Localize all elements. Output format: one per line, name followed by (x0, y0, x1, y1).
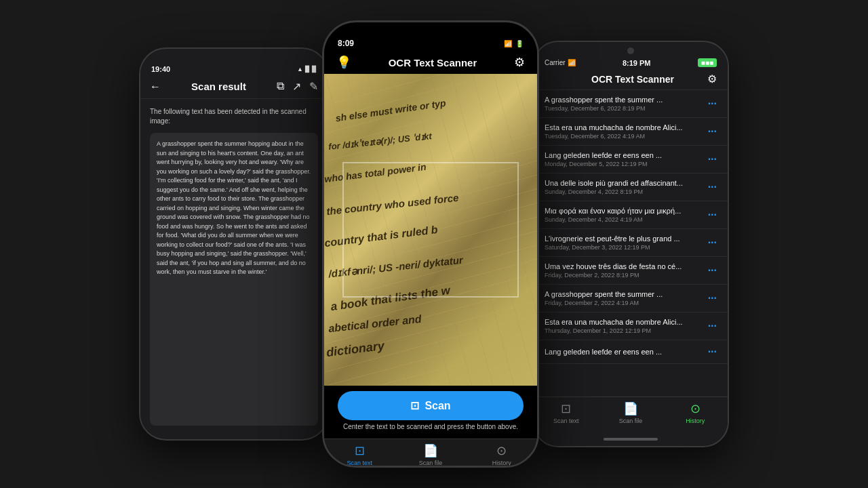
nav-history-right[interactable]: ⊙ History (663, 401, 728, 424)
history-item-text-6: Uma vez houve três dias de festa no cé..… (545, 262, 682, 279)
history-item-5[interactable]: L'ivrognerie est peut-être le plus grand… (534, 229, 728, 257)
scan-button[interactable]: ⊡ Scan (338, 391, 524, 420)
history-item-title-8: Esta era una muchacha de nombre Alici... (545, 318, 683, 326)
light-icon[interactable]: 💡 (336, 55, 351, 70)
history-item-title-0: A grasshopper spent the summer ... (545, 96, 663, 104)
history-item-date-2: Monday, December 5, 2022 12:19 PM (545, 161, 662, 167)
toolbar-left: ← Scan result ⧉ ↗ ✎ (140, 75, 328, 99)
more-button-0[interactable]: ··· (708, 98, 717, 110)
toolbar-actions: ⧉ ↗ ✎ (277, 80, 318, 93)
battery-icon-center: 🔋 (515, 40, 524, 47)
scan-overlay (342, 162, 519, 298)
scan-file-label: Scan file (419, 460, 443, 466)
scan-result-content: The following text has been detected in … (140, 99, 328, 435)
more-button-3[interactable]: ··· (708, 181, 717, 193)
intro-text: The following text has been detected in … (150, 107, 318, 126)
phone-left: 19:40 ▲ ▉ ▉ ← Scan result ⧉ ↗ ✎ The foll… (139, 47, 329, 441)
notch-center (397, 22, 465, 37)
history-item-3[interactable]: Una delle isole più grandi ed affascinan… (534, 174, 728, 201)
more-button-8[interactable]: ··· (708, 320, 717, 332)
scan-file-icon: 📄 (423, 443, 438, 458)
history-item-date-3: Sunday, December 4, 2022 8:19 PM (545, 188, 683, 195)
history-item-text-5: L'ivrognerie est peut-être le plus grand… (545, 235, 680, 251)
app-title-right: OCR Text Scanner (558, 74, 707, 85)
history-list: A grasshopper spent the summer ... Tuesd… (534, 90, 728, 406)
history-item-text-2: Lang geleden leefde er eens een ... Mond… (545, 151, 662, 167)
history-item-1[interactable]: Esta era una muchacha de nombre Alici...… (534, 118, 728, 146)
nav-history-center[interactable]: ⊙ History (466, 443, 537, 466)
history-item-4[interactable]: Μια φορά και έναν καιρό ήταν μια μικρή..… (534, 201, 728, 229)
history-item-title-7: A grasshopper spent the summer ... (545, 290, 663, 298)
history-item-6[interactable]: Uma vez houve três dias de festa no cé..… (534, 257, 728, 285)
more-button-2[interactable]: ··· (708, 153, 717, 165)
scan-btn-icon: ⊡ (410, 399, 419, 412)
scanned-text-box[interactable]: A grasshopper spent the summer hopping a… (150, 133, 318, 426)
more-button-7[interactable]: ··· (708, 292, 717, 304)
history-item-7[interactable]: A grasshopper spent the summer ... Frida… (534, 285, 728, 312)
back-button[interactable]: ← (150, 81, 161, 93)
battery-icon: ▉ (312, 66, 317, 73)
bottom-nav-center: ⊡ Scan text 📄 Scan file ⊙ History (324, 439, 537, 468)
camera-text-9: dictionary (326, 338, 385, 360)
history-item-title-5: L'ivrognerie est peut-être le plus grand… (545, 235, 680, 243)
camera-bump (627, 47, 634, 54)
carrier-info: Carrier 📶 (545, 59, 576, 66)
history-item-8[interactable]: Esta era una muchacha de nombre Alici...… (534, 312, 728, 340)
scan-btn-label: Scan (425, 400, 450, 412)
battery-right: ■■■ (698, 58, 717, 67)
scan-button-area: ⊡ Scan Center the text to be scanned and… (324, 386, 537, 439)
app-title-center: OCR Text Scanner (389, 57, 477, 68)
history-item-date-7: Friday, December 2, 2022 4:19 AM (545, 300, 663, 306)
more-button-9[interactable]: ··· (708, 346, 717, 358)
history-item-title-9: Lang geleden leefde er eens een ... (545, 348, 662, 356)
history-item-text-4: Μια φορά και έναν καιρό ήταν μια μικρή..… (545, 207, 681, 223)
history-item-title-4: Μια φορά και έναν καιρό ήταν μια μικρή..… (545, 207, 681, 215)
hint-text: Center the text to be scanned and press … (338, 420, 524, 433)
status-bar-center: 8:09 📶 🔋 (324, 37, 537, 51)
phone-center: 8:09 📶 🔋 💡 OCR Text Scanner ⚙ sh else mu… (322, 20, 539, 468)
history-item-text-0: A grasshopper spent the summer ... Tuesd… (545, 96, 663, 112)
history-item-title-3: Una delle isole più grandi ed affascinan… (545, 179, 683, 187)
camera-text-1: sh else must write or typ (334, 98, 446, 124)
status-bar-right: Carrier 📶 8:19 PM ■■■ (534, 56, 728, 68)
share-button[interactable]: ↗ (292, 80, 301, 93)
scan-text-icon: ⊡ (355, 443, 365, 458)
history-item-text-1: Esta era una muchacha de nombre Alici...… (545, 123, 683, 140)
more-button-5[interactable]: ··· (708, 237, 717, 249)
status-bar-left: 19:40 ▲ ▉ ▉ (140, 62, 328, 75)
history-item-text-8: Esta era una muchacha de nombre Alici...… (545, 318, 683, 334)
nav-scan-file-right[interactable]: 📄 Scan file (598, 401, 663, 424)
history-item-date-6: Friday, December 2, 2022 8:19 PM (545, 272, 682, 279)
settings-icon-right[interactable]: ⚙ (707, 73, 717, 85)
more-button-4[interactable]: ··· (708, 209, 717, 221)
camera-view: sh else must write or typ for /dɪkˈteɪtə… (324, 74, 537, 386)
home-bar (604, 438, 658, 441)
status-icons-left: ▲ ▉ ▉ (297, 66, 317, 73)
copy-button[interactable]: ⧉ (277, 80, 284, 93)
camera-text-2: for /dɪkˈteɪtə(r)/; US ˈdɪkt (328, 131, 433, 152)
scan-text-label: Scan text (347, 460, 373, 466)
wifi-icon: ▉ (305, 66, 310, 73)
more-button-1[interactable]: ··· (708, 125, 717, 138)
history-item-text-7: A grasshopper spent the summer ... Frida… (545, 290, 663, 306)
history-item-2[interactable]: Lang geleden leefde er eens een ... Mond… (534, 146, 728, 174)
camera-text-8: abetical order and (328, 312, 422, 335)
carrier-label: Carrier (545, 59, 566, 66)
history-item-0[interactable]: A grasshopper spent the summer ... Tuesd… (534, 90, 728, 118)
scan-file-icon-right: 📄 (623, 401, 638, 416)
scan-text-label-right: Scan text (553, 418, 579, 424)
history-item-title-6: Uma vez houve três dias de festa no cé..… (545, 262, 682, 270)
edit-button[interactable]: ✎ (309, 80, 318, 93)
nav-scan-file[interactable]: 📄 Scan file (395, 443, 467, 466)
history-item-9[interactable]: Lang geleden leefde er eens een ... ··· (534, 340, 728, 364)
time-right: 8:19 PM (623, 59, 651, 67)
time-center: 8:09 (338, 39, 354, 48)
history-item-text-3: Una delle isole più grandi ed affascinan… (545, 179, 683, 195)
history-item-date-1: Tuesday, December 6, 2022 4:19 AM (545, 133, 683, 140)
bottom-nav-right: ⊡ Scan text 📄 Scan file ⊙ History (534, 396, 728, 427)
nav-scan-text[interactable]: ⊡ Scan text (324, 443, 395, 466)
wifi-icon-right: 📶 (568, 59, 576, 66)
settings-icon-center[interactable]: ⚙ (514, 55, 525, 70)
more-button-6[interactable]: ··· (708, 264, 717, 277)
nav-scan-text-right[interactable]: ⊡ Scan text (534, 401, 598, 424)
